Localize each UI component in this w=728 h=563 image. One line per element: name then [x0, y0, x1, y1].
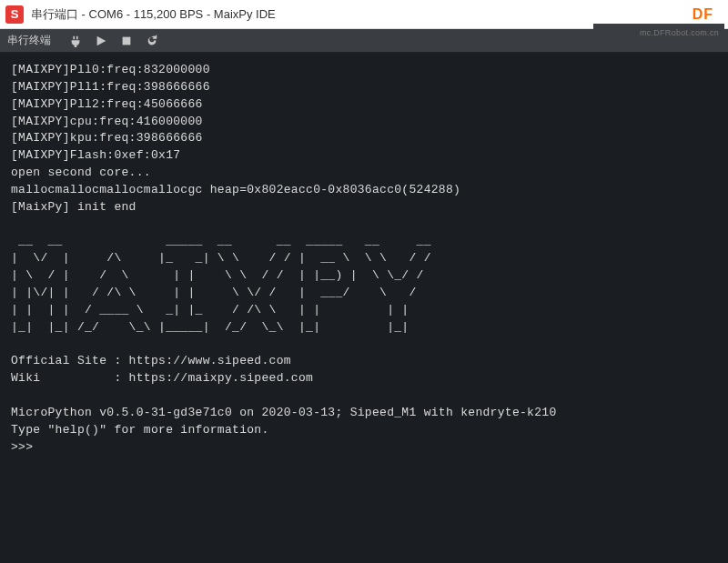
refresh-icon — [146, 35, 158, 47]
stop-button[interactable] — [120, 35, 133, 47]
app-icon: S — [5, 5, 24, 24]
watermark: mc.DFRobot.com.cn — [606, 24, 724, 42]
run-button[interactable] — [95, 35, 107, 47]
window-title: 串行端口 - COM6 - 115,200 BPS - MaixPy IDE — [31, 6, 693, 23]
brand-logo: DF — [693, 6, 713, 23]
plug-icon — [69, 35, 82, 47]
svg-rect-0 — [123, 36, 131, 45]
stop-icon — [120, 35, 133, 47]
serial-terminal[interactable]: [MAIXPY]Pll0:freq:832000000 [MAIXPY]Pll1… — [0, 53, 728, 465]
connect-button[interactable] — [69, 35, 82, 47]
toolbar-label: 串行终端 — [7, 33, 51, 48]
play-icon — [95, 35, 107, 47]
reset-button[interactable] — [146, 35, 158, 47]
